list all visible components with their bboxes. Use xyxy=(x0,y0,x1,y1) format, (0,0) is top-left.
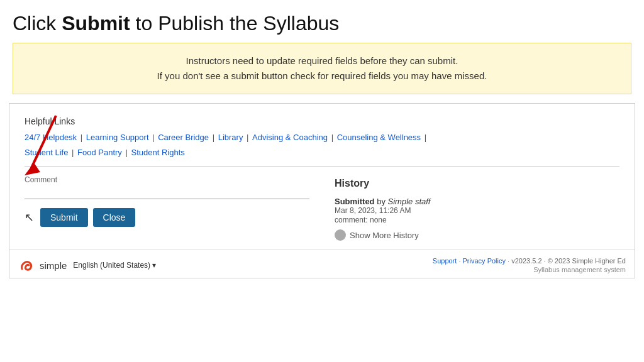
version-label: v2023.5.2 xyxy=(511,257,541,265)
title-suffix: to Publish the Syllabus xyxy=(130,12,340,35)
two-col-wrapper: Comment ↖ Submit Close History Submitted… xyxy=(9,175,635,241)
show-more-row: Show More History xyxy=(335,229,619,241)
language-selector[interactable]: English (United States) ▾ xyxy=(73,261,156,270)
link-library[interactable]: Library xyxy=(218,133,243,142)
left-column: Comment ↖ Submit Close xyxy=(25,175,328,241)
sep7: | xyxy=(72,148,76,157)
language-label: English (United States) xyxy=(73,261,150,270)
warning-line1: Instructors need to update required fiel… xyxy=(32,53,612,69)
helpful-links-title: Helpful Links xyxy=(25,116,619,126)
two-column-layout: Comment ↖ Submit Close History Submitted… xyxy=(9,175,635,241)
history-section: History Submitted by Simple staff Mar 8,… xyxy=(335,175,619,241)
by-label: by xyxy=(377,197,387,206)
helpful-links-row1: 24/7 Helpdesk | Learning Support | Caree… xyxy=(25,130,619,145)
close-button[interactable]: Close xyxy=(93,208,136,227)
helpful-links-row2: Student Life | Food Pantry | Student Rig… xyxy=(25,145,619,160)
history-comment: comment: none xyxy=(335,216,387,224)
dropdown-arrow-icon: ▾ xyxy=(152,261,156,270)
link-food-pantry[interactable]: Food Pantry xyxy=(77,148,122,157)
sep3: | xyxy=(213,133,217,142)
page-title: Click Submit to Publish the Syllabus xyxy=(0,0,644,43)
inner-panel: Helpful Links 24/7 Helpdesk | Learning S… xyxy=(9,104,635,167)
footer-left: simple English (United States) ▾ xyxy=(18,256,156,274)
comment-input[interactable] xyxy=(25,187,309,199)
show-more-label[interactable]: Show More History xyxy=(350,231,419,240)
submit-button[interactable]: Submit xyxy=(40,208,88,227)
comment-label: Comment xyxy=(25,175,309,184)
title-prefix: Click xyxy=(13,12,62,35)
submitted-label: Submitted xyxy=(335,197,375,206)
button-row: ↖ Submit Close xyxy=(25,208,309,227)
main-panel: Helpful Links 24/7 Helpdesk | Learning S… xyxy=(9,103,635,278)
link-student-rights[interactable]: Student Rights xyxy=(131,148,184,157)
warning-banner: Instructors need to update required fiel… xyxy=(13,43,631,94)
link-learning-support[interactable]: Learning Support xyxy=(86,133,149,142)
sep4: | xyxy=(247,133,251,142)
show-more-icon xyxy=(335,229,346,241)
copyright-label: © 2023 Simple Higher Ed xyxy=(548,257,626,265)
link-student-life[interactable]: Student Life xyxy=(25,148,68,157)
sep2: | xyxy=(152,133,157,142)
link-career-bridge[interactable]: Career Bridge xyxy=(158,133,209,142)
link-counseling[interactable]: Counseling & Wellness xyxy=(337,133,421,142)
cursor-icon: ↖ xyxy=(25,211,34,224)
history-entry: Submitted by Simple staff Mar 8, 2023, 1… xyxy=(335,197,619,224)
helpful-links-section: Helpful Links 24/7 Helpdesk | Learning S… xyxy=(25,116,619,167)
staff-name: Simple staff xyxy=(388,197,431,206)
footer: simple English (United States) ▾ Support… xyxy=(9,250,635,278)
footer-right: Support · Privacy Policy · v2023.5.2 · ©… xyxy=(433,257,626,273)
tagline: Syllabus management system xyxy=(433,266,626,273)
support-link[interactable]: Support xyxy=(433,257,457,265)
title-bold: Submit xyxy=(62,12,130,35)
right-column: History Submitted by Simple staff Mar 8,… xyxy=(328,175,619,241)
simple-logo: simple xyxy=(18,256,67,274)
link-advising[interactable]: Advising & Coaching xyxy=(252,133,328,142)
history-date: Mar 8, 2023, 11:26 AM xyxy=(335,206,619,215)
sep6: | xyxy=(425,133,426,142)
link-helpdesk[interactable]: 24/7 Helpdesk xyxy=(25,133,77,142)
history-title: History xyxy=(335,178,619,189)
warning-line2: If you don't see a submit button check f… xyxy=(32,69,612,84)
sep1: | xyxy=(80,133,85,142)
logo-text: simple xyxy=(40,260,67,271)
privacy-link[interactable]: Privacy Policy xyxy=(463,257,506,265)
simple-logo-icon xyxy=(18,256,36,274)
footer-links: Support · Privacy Policy · v2023.5.2 · ©… xyxy=(433,257,626,265)
sep5: | xyxy=(331,133,336,142)
sep8: | xyxy=(125,148,130,157)
